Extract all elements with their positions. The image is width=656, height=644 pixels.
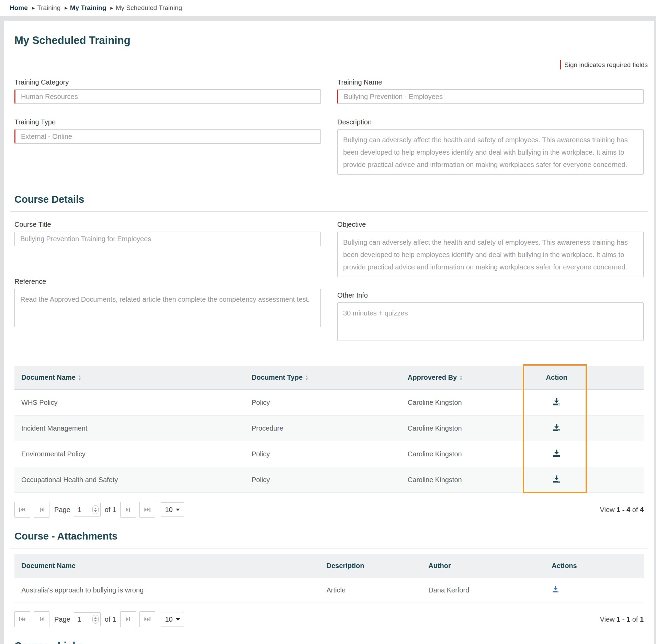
- course-details-heading: Course Details: [14, 194, 648, 205]
- course-title-field[interactable]: [14, 232, 321, 246]
- col-attachment-actions: Actions: [545, 554, 644, 578]
- reference-field[interactable]: Read the Approved Documents, related art…: [14, 289, 321, 327]
- page-size-select[interactable]: 10: [161, 502, 184, 517]
- spinner-icon[interactable]: [92, 505, 99, 514]
- training-category-label: Training Category: [14, 78, 321, 86]
- attachments-table-wrap: Document Name Description Author Actions…: [14, 554, 644, 602]
- other-info-field[interactable]: 30 minutes + quizzes: [337, 302, 644, 341]
- training-type-label: Training Type: [14, 118, 321, 126]
- divider: [10, 211, 648, 212]
- breadcrumb-my-training[interactable]: My Training: [70, 4, 106, 12]
- objective-label: Objective: [337, 221, 644, 229]
- document-type-cell: Policy: [245, 441, 401, 467]
- documents-table: Document Name▲▼ Document Type▲▼ Approver…: [14, 366, 644, 493]
- approved-by-cell: Caroline Kingston: [401, 441, 523, 467]
- first-page-button[interactable]: [14, 611, 30, 627]
- course-title-label: Course Title: [14, 221, 321, 229]
- training-name-field[interactable]: [337, 89, 644, 104]
- download-icon[interactable]: [552, 587, 559, 595]
- reference-label: Reference: [14, 278, 321, 286]
- col-document-type[interactable]: Document Type▲▼: [245, 366, 401, 390]
- download-icon[interactable]: [552, 452, 561, 459]
- prev-page-button[interactable]: [34, 611, 49, 627]
- document-type-cell: Procedure: [245, 415, 401, 441]
- attachment-name-cell: Australia's approach to bullying is wron…: [14, 578, 320, 602]
- view-range-text: View 1 - 4 of 4: [600, 506, 644, 514]
- table-row: WHS Policy Policy Caroline Kingston: [14, 390, 644, 415]
- last-page-button[interactable]: [139, 502, 155, 518]
- attachments-table: Document Name Description Author Actions…: [14, 554, 644, 602]
- view-range-text: View 1 - 1 of 1: [600, 615, 644, 623]
- documents-pagination: Page of 1 10 View 1 - 4 of 4: [14, 502, 644, 518]
- next-page-button[interactable]: [120, 502, 136, 518]
- prev-page-button[interactable]: [34, 502, 49, 518]
- objective-field[interactable]: Bullying can adversely affect the health…: [337, 232, 644, 277]
- document-name-cell: WHS Policy: [14, 390, 245, 415]
- attachments-heading: Course - Attachments: [14, 531, 648, 542]
- page-label: Page: [54, 506, 70, 514]
- col-attachment-author[interactable]: Author: [421, 554, 545, 578]
- col-action: Action: [523, 366, 587, 390]
- chevron-right-icon: ▶: [110, 6, 113, 10]
- table-row: Environmental Policy Policy Caroline Kin…: [14, 441, 644, 467]
- table-row: Occupational Health and Safety Policy Ca…: [14, 467, 644, 493]
- course-details-form: Course Title Reference Read the Approved…: [10, 221, 648, 355]
- links-heading: Course - Links: [14, 640, 648, 644]
- next-page-button[interactable]: [120, 611, 136, 627]
- attachment-author-cell: Dana Kerford: [421, 578, 545, 602]
- caret-down-icon: [176, 509, 180, 511]
- document-type-cell: Policy: [245, 390, 401, 415]
- caret-down-icon: [176, 618, 180, 621]
- divider: [10, 548, 648, 548]
- first-page-button[interactable]: [14, 502, 30, 518]
- page-label: Page: [54, 615, 70, 623]
- col-attachment-description[interactable]: Description: [320, 554, 422, 578]
- last-page-button[interactable]: [139, 611, 155, 627]
- main-panel: My Scheduled Training Sign indicates req…: [4, 21, 654, 644]
- download-icon[interactable]: [552, 400, 561, 408]
- approved-by-cell: Caroline Kingston: [401, 467, 523, 493]
- breadcrumb-home[interactable]: Home: [10, 4, 28, 12]
- training-form: Training Category Training Type Training…: [10, 78, 648, 189]
- breadcrumb-training[interactable]: Training: [37, 4, 60, 12]
- required-indicator-bar: [560, 60, 561, 69]
- attachment-description-cell: Article: [320, 578, 422, 602]
- col-document-name[interactable]: Document Name▲▼: [14, 366, 245, 390]
- chevron-right-icon: ▶: [65, 6, 67, 10]
- other-info-label: Other Info: [337, 291, 644, 299]
- spinner-icon[interactable]: [92, 615, 99, 624]
- description-field[interactable]: Bullying can adversely affect the health…: [337, 129, 644, 175]
- download-icon[interactable]: [552, 426, 561, 433]
- document-name-cell: Incident Management: [14, 415, 245, 441]
- download-icon[interactable]: [552, 477, 561, 485]
- page-size-select[interactable]: 10: [161, 612, 184, 626]
- training-type-field[interactable]: [14, 129, 321, 144]
- description-label: Description: [337, 118, 644, 126]
- breadcrumb: Home ▶ Training ▶ My Training ▶ My Sched…: [0, 0, 656, 16]
- col-approved-by[interactable]: Approvered By▲▼: [401, 366, 523, 390]
- document-name-cell: Environmental Policy: [14, 441, 245, 467]
- document-name-cell: Occupational Health and Safety: [14, 467, 245, 493]
- divider: [10, 55, 648, 55]
- breadcrumb-my-scheduled-training: My Scheduled Training: [116, 4, 182, 12]
- col-attachment-name[interactable]: Document Name: [14, 554, 320, 578]
- training-name-label: Training Name: [337, 78, 644, 86]
- sort-icon: ▲▼: [305, 375, 308, 381]
- page-of-label: of 1: [105, 615, 116, 623]
- training-category-field[interactable]: [14, 89, 321, 104]
- document-type-cell: Policy: [245, 467, 401, 493]
- page-of-label: of 1: [105, 506, 116, 514]
- required-fields-note: Sign indicates required fields: [10, 60, 648, 69]
- sort-icon: ▲▼: [459, 375, 463, 381]
- page-title: My Scheduled Training: [14, 34, 648, 47]
- table-row: Australia's approach to bullying is wron…: [14, 578, 644, 602]
- chevron-right-icon: ▶: [32, 6, 35, 10]
- attachments-pagination: Page of 1 10 View 1 - 1 of 1: [14, 611, 644, 627]
- approved-by-cell: Caroline Kingston: [401, 415, 523, 441]
- documents-table-wrap: Document Name▲▼ Document Type▲▼ Approver…: [14, 366, 644, 493]
- table-row: Incident Management Procedure Caroline K…: [14, 415, 644, 441]
- approved-by-cell: Caroline Kingston: [401, 390, 523, 415]
- sort-icon: ▲▼: [78, 375, 81, 381]
- required-note-text: Sign indicates required fields: [564, 61, 648, 69]
- col-spacer: [587, 366, 644, 390]
